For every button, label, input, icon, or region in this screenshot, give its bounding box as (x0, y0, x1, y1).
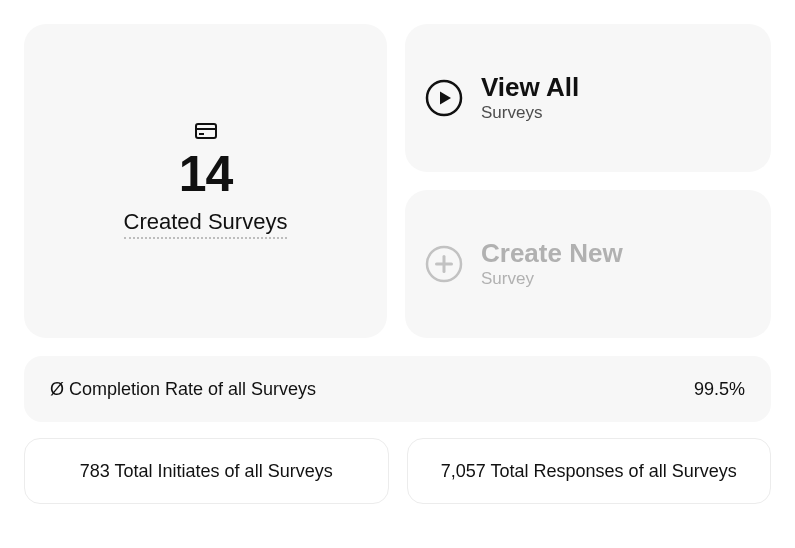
stats-column: Ø Completion Rate of all Surveys 99.5% 7… (24, 356, 771, 504)
view-all-title: View All (481, 73, 579, 102)
create-new-title: Create New (481, 239, 623, 268)
completion-rate-row: Ø Completion Rate of all Surveys 99.5% (24, 356, 771, 422)
stats-pair: 783 Total Initiates of all Surveys 7,057… (24, 438, 771, 504)
actions-column: View All Surveys Create New Survey (405, 24, 771, 338)
view-all-sub: Surveys (481, 103, 579, 123)
svg-rect-0 (196, 124, 216, 138)
create-new-sub: Survey (481, 269, 623, 289)
dashboard: 14 Created Surveys View All Surveys (0, 0, 795, 548)
play-circle-icon (425, 79, 463, 117)
top-row: 14 Created Surveys View All Surveys (24, 24, 771, 338)
completion-value: 99.5% (694, 379, 745, 400)
create-new-text: Create New Survey (481, 239, 623, 290)
view-all-text: View All Surveys (481, 73, 579, 124)
created-count: 14 (179, 149, 233, 199)
completion-label: Ø Completion Rate of all Surveys (50, 379, 316, 400)
card-payment-icon (195, 123, 217, 139)
initiates-text: 783 Total Initiates of all Surveys (80, 461, 333, 482)
responses-text: 7,057 Total Responses of all Surveys (441, 461, 737, 482)
plus-circle-icon (425, 245, 463, 283)
create-new-card[interactable]: Create New Survey (405, 190, 771, 338)
view-all-card[interactable]: View All Surveys (405, 24, 771, 172)
initiates-card: 783 Total Initiates of all Surveys (24, 438, 389, 504)
responses-card: 7,057 Total Responses of all Surveys (407, 438, 772, 504)
created-surveys-card: 14 Created Surveys (24, 24, 387, 338)
created-label[interactable]: Created Surveys (124, 209, 288, 239)
